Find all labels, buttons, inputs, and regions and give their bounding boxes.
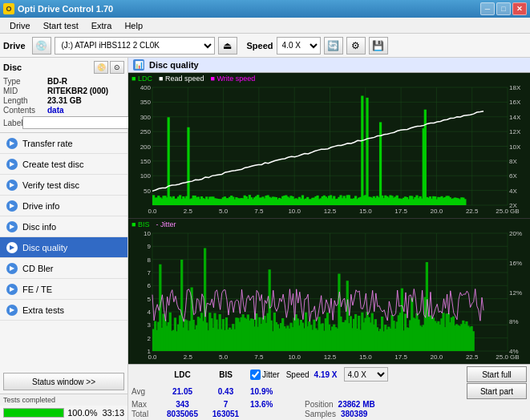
mid-value: RITEKBR2 (000): [47, 87, 108, 95]
create-test-disc-icon: ▶: [6, 159, 18, 170]
disc-title: Disc: [3, 63, 22, 72]
max-jitter: 13.6%: [250, 400, 298, 409]
minimize-button[interactable]: ─: [480, 2, 495, 15]
avg-ldc: 21.05: [160, 387, 204, 396]
mid-label: MID: [3, 87, 47, 95]
total-ldc: 8035065: [160, 410, 204, 418]
progress-area: 100.0% 33:13: [0, 406, 127, 420]
eject-button[interactable]: ⏏: [218, 37, 237, 55]
progress-bar: [3, 408, 64, 418]
avg-bis: 0.43: [208, 387, 244, 396]
transfer-rate-icon: ▶: [6, 138, 18, 149]
nav-transfer-rate[interactable]: ▶ Transfer rate: [0, 133, 127, 154]
speed-select-stats[interactable]: 4.0 X: [344, 367, 388, 382]
samples-label: Samples: [305, 410, 336, 418]
status-text: Tests completed: [3, 396, 55, 404]
contents-value: data: [47, 106, 64, 115]
bottom-chart: [128, 219, 530, 364]
top-chart-legend: ■ LDC ■ Read speed ■ Write speed: [131, 75, 255, 83]
legend-bis: ■ BIS: [131, 220, 149, 228]
sidebar: Disc 📀 ⊙ Type BD-R MID RITEKBR2 (000) Le…: [0, 58, 128, 420]
title-bar: O Opti Drive Control 1.70 ─ □ ✕: [0, 0, 530, 18]
app-icon: O: [3, 3, 14, 14]
nav-label-extra-tests: Extra tests: [22, 305, 64, 315]
speed-select[interactable]: 4.0 X: [277, 37, 321, 55]
top-chart: [128, 73, 530, 218]
window-controls[interactable]: ─ □ ✕: [480, 2, 527, 15]
speed-label: Speed: [247, 41, 273, 50]
legend-read-speed: ■ Read speed: [159, 75, 204, 83]
max-label: Max: [131, 400, 157, 409]
drive-info-icon: ▶: [6, 200, 18, 212]
disc-quality-icon: ▶: [6, 242, 18, 253]
disc-icon-2[interactable]: ⊙: [110, 61, 124, 74]
max-ldc: 343: [160, 400, 204, 409]
close-button[interactable]: ✕: [512, 2, 527, 15]
nav-extra-tests[interactable]: ▶ Extra tests: [0, 300, 127, 321]
disc-icon-1[interactable]: 📀: [94, 61, 108, 74]
main-layout: Disc 📀 ⊙ Type BD-R MID RITEKBR2 (000) Le…: [0, 58, 530, 420]
content-area: 📊 Disc quality ■ LDC ■ Read speed ■ Writ…: [128, 58, 530, 420]
nav-label-cd-bler: CD Bler: [22, 264, 54, 273]
disc-quality-header: 📊 Disc quality: [128, 58, 530, 73]
maximize-button[interactable]: □: [496, 2, 511, 15]
nav-items: ▶ Transfer rate ▶ Create test disc ▶ Ver…: [0, 133, 127, 321]
type-value: BD-R: [47, 77, 67, 86]
save-button[interactable]: 💾: [369, 37, 388, 55]
start-full-button[interactable]: Start full: [467, 366, 527, 382]
nav-cd-bler[interactable]: ▶ CD Bler: [0, 258, 127, 279]
drive-icon-btn[interactable]: 💿: [32, 37, 51, 55]
menu-start-test[interactable]: Start test: [37, 19, 85, 32]
nav-disc-info[interactable]: ▶ Disc info: [0, 216, 127, 237]
legend-jitter: - Jitter: [156, 220, 176, 228]
progress-fill: [4, 409, 63, 417]
nav-verify-test-disc[interactable]: ▶ Verify test disc: [0, 175, 127, 196]
cd-bler-icon: ▶: [6, 263, 18, 274]
total-label: Total: [131, 410, 157, 418]
nav-label-transfer-rate: Transfer rate: [22, 139, 73, 148]
menu-extra[interactable]: Extra: [85, 19, 119, 32]
avg-jitter: 10.9%: [250, 387, 298, 396]
speed-value-display: 4.19 X: [314, 370, 338, 379]
nav-label-drive-info: Drive info: [22, 201, 59, 211]
avg-label: Avg: [131, 387, 157, 396]
menu-help[interactable]: Help: [118, 19, 149, 32]
app-title: Opti Drive Control 1.70: [18, 4, 113, 14]
nav-drive-info[interactable]: ▶ Drive info: [0, 196, 127, 216]
jitter-label: Jitter: [262, 370, 280, 379]
label-input[interactable]: [22, 116, 129, 129]
menu-bar: Drive Start test Extra Help: [0, 18, 530, 34]
disc-info-icon: ▶: [6, 221, 18, 232]
nav-label-create-test-disc: Create test disc: [22, 160, 83, 169]
nav-label-fe-te: FE / TE: [22, 285, 52, 294]
refresh-button[interactable]: 🔄: [324, 37, 343, 55]
drive-select[interactable]: (J:) ATAPI iHBS112 2 CL0K: [55, 37, 215, 55]
length-label: Length: [3, 96, 47, 105]
type-label: Type: [3, 77, 47, 86]
nav-create-test-disc[interactable]: ▶ Create test disc: [0, 154, 127, 175]
total-bis: 163051: [208, 410, 244, 418]
position-label: Position: [305, 400, 334, 409]
bis-header: BIS: [208, 370, 244, 379]
toolbar: Drive 💿 (J:) ATAPI iHBS112 2 CL0K ⏏ Spee…: [0, 34, 530, 58]
legend-write-speed: ■ Write speed: [210, 75, 255, 83]
stats-panel: LDC BIS Jitter Speed 4.19 X 4.0 X Start …: [128, 364, 530, 420]
nav-fe-te[interactable]: ▶ FE / TE: [0, 279, 127, 300]
drive-label: Drive: [3, 41, 26, 50]
nav-label-disc-info: Disc info: [22, 222, 56, 232]
time-text: 33:13: [102, 408, 124, 418]
nav-label-verify-test-disc: Verify test disc: [22, 180, 79, 190]
disc-panel: Disc 📀 ⊙ Type BD-R MID RITEKBR2 (000) Le…: [0, 58, 127, 133]
ldc-header: LDC: [160, 370, 204, 379]
menu-drive[interactable]: Drive: [3, 19, 37, 32]
start-part-button[interactable]: Start part: [467, 383, 527, 399]
settings-button[interactable]: ⚙: [346, 37, 366, 55]
status-window-button[interactable]: Status window >>: [3, 373, 124, 390]
nav-disc-quality[interactable]: ▶ Disc quality: [0, 237, 127, 258]
jitter-checkbox[interactable]: [250, 370, 261, 380]
samples-value: 380389: [341, 410, 367, 418]
verify-test-disc-icon: ▶: [6, 180, 18, 191]
disc-quality-title: Disc quality: [149, 60, 199, 70]
speed-label-stats: Speed: [286, 370, 310, 379]
extra-tests-icon: ▶: [6, 305, 18, 316]
